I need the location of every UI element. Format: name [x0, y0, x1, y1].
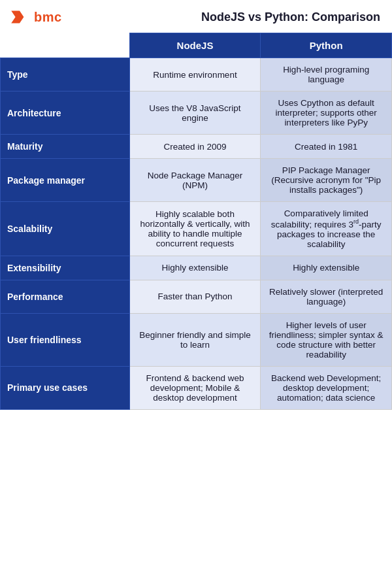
- python-cell: Comparatively limited scalability; requi…: [261, 202, 392, 256]
- table-row: MaturityCreated in 2009Created in 1981: [1, 135, 392, 159]
- table-row: ScalabilityHighly scalable both horizont…: [1, 202, 392, 256]
- page-title: NodeJS vs Python: Comparison: [62, 10, 383, 24]
- header-python: Python: [261, 33, 392, 58]
- nodejs-cell: Uses the V8 JavaScript engine: [129, 92, 261, 135]
- nodejs-cell: Beginner friendly and simple to learn: [129, 313, 261, 366]
- python-cell: Highly extensible: [261, 256, 392, 280]
- table-header-row: NodeJS Python: [1, 33, 392, 58]
- row-label-cell: Primary use cases: [1, 366, 130, 409]
- nodejs-cell: Node Package Manager (NPM): [129, 159, 261, 202]
- row-label-cell: Type: [1, 58, 130, 92]
- logo-text: bmc: [34, 10, 62, 25]
- logo-area: bmc: [9, 7, 62, 27]
- python-cell: Uses Cpython as default interpreter; sup…: [261, 92, 392, 135]
- header-nodejs: NodeJS: [129, 33, 261, 58]
- python-cell: PIP Package Manager (Recursive acronym f…: [261, 159, 392, 202]
- python-cell: High-level programing language: [261, 58, 392, 92]
- row-label-cell: Maturity: [1, 135, 130, 159]
- table-row: TypeRuntime environmentHigh-level progra…: [1, 58, 392, 92]
- table-row: ArchitectureUses the V8 JavaScript engin…: [1, 92, 392, 135]
- row-label-cell: Scalability: [1, 202, 130, 256]
- nodejs-cell: Highly scalable both horizontally & vert…: [129, 202, 261, 256]
- nodejs-cell: Runtime environment: [129, 58, 261, 92]
- table-row: Primary use casesFrontend & backend web …: [1, 366, 392, 409]
- svg-marker-0: [11, 10, 24, 23]
- comparison-table: NodeJS Python TypeRuntime environmentHig…: [0, 33, 392, 410]
- nodejs-cell: Faster than Python: [129, 280, 261, 313]
- page-header: bmc NodeJS vs Python: Comparison: [0, 0, 392, 33]
- python-cell: Higher levels of user friendliness; simp…: [261, 313, 392, 366]
- row-label-cell: Package manager: [1, 159, 130, 202]
- python-cell: Relatively slower (interpreted language): [261, 280, 392, 313]
- nodejs-cell: Highly extensible: [129, 256, 261, 280]
- table-row: User friendlinessBeginner friendly and s…: [1, 313, 392, 366]
- row-label-cell: Architecture: [1, 92, 130, 135]
- nodejs-cell: Created in 2009: [129, 135, 261, 159]
- header-label-cell: [1, 33, 130, 58]
- row-label-cell: Extensibility: [1, 256, 130, 280]
- bmc-logo-icon: [9, 7, 30, 27]
- table-row: Package managerNode Package Manager (NPM…: [1, 159, 392, 202]
- row-label-cell: User friendliness: [1, 313, 130, 366]
- python-cell: Created in 1981: [261, 135, 392, 159]
- row-label-cell: Performance: [1, 280, 130, 313]
- table-row: ExtensibilityHighly extensibleHighly ext…: [1, 256, 392, 280]
- python-cell: Backend web Development; desktop develop…: [261, 366, 392, 409]
- table-row: PerformanceFaster than PythonRelatively …: [1, 280, 392, 313]
- nodejs-cell: Frontend & backend web development; Mobi…: [129, 366, 261, 409]
